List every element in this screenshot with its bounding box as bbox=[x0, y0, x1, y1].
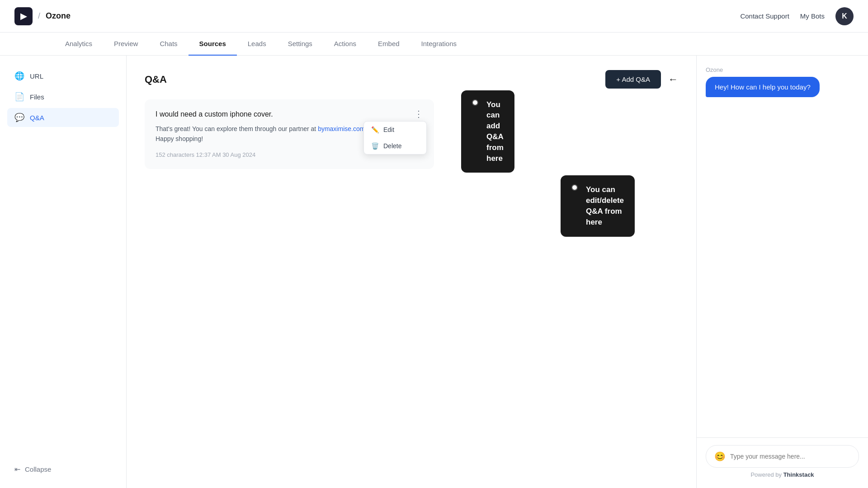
collapse-button[interactable]: ⇤ Collapse bbox=[7, 460, 119, 478]
sidebar-item-qa[interactable]: 💬 Q&A bbox=[7, 108, 119, 127]
qa-answer-link[interactable]: bymaximise.com bbox=[318, 125, 365, 132]
content-area: Q&A + Add Q&A ← You can add Q&A from her… bbox=[127, 56, 696, 488]
avatar[interactable]: K bbox=[835, 7, 854, 25]
edit-label: Edit bbox=[383, 126, 394, 133]
sidebar-items: 🌐 URL 📄 Files 💬 Q&A bbox=[7, 66, 119, 127]
files-icon: 📄 bbox=[14, 92, 24, 102]
chat-area: Ozone Hey! How can I help you today? bbox=[697, 56, 868, 437]
qa-icon: 💬 bbox=[14, 113, 24, 122]
tab-preview[interactable]: Preview bbox=[103, 33, 149, 56]
tab-integrations[interactable]: Integrations bbox=[410, 33, 467, 56]
sidebar-item-url[interactable]: 🌐 URL bbox=[7, 66, 119, 85]
tab-analytics[interactable]: Analytics bbox=[54, 33, 103, 56]
tab-embed[interactable]: Embed bbox=[367, 33, 410, 56]
tab-settings[interactable]: Settings bbox=[277, 33, 323, 56]
powered-by-prefix: Powered by bbox=[750, 471, 783, 478]
delete-label: Delete bbox=[383, 142, 401, 150]
tooltip2-row: ← You can edit/delete Q&A from here bbox=[561, 200, 574, 212]
tooltip1-dot bbox=[472, 99, 478, 106]
logo-box[interactable]: ▶ bbox=[14, 7, 33, 25]
chat-bubble: Hey! How can I help you today? bbox=[706, 77, 820, 97]
sidebar-item-url-label: URL bbox=[30, 72, 43, 80]
app-name: Ozone bbox=[46, 11, 71, 21]
page-title: Q&A bbox=[145, 74, 167, 85]
header: ▶ / Ozone Contact Support My Bots K bbox=[0, 0, 868, 33]
delete-icon: 🗑️ bbox=[371, 142, 379, 150]
qa-answer-end: Happy shopping! bbox=[156, 135, 203, 142]
powered-by: Powered by Thinkstack bbox=[706, 468, 859, 482]
main: 🌐 URL 📄 Files 💬 Q&A ⇤ Collapse Q&A + Add… bbox=[0, 56, 868, 488]
tab-actions[interactable]: Actions bbox=[323, 33, 367, 56]
nav-tabs: Analytics Preview Chats Sources Leads Se… bbox=[0, 33, 868, 56]
collapse-icon: ⇤ bbox=[14, 465, 20, 474]
content-header: Q&A + Add Q&A ← bbox=[145, 70, 678, 89]
qa-menu-button[interactable]: ⋮ bbox=[410, 107, 427, 121]
chat-text-input[interactable] bbox=[730, 453, 850, 460]
dropdown-menu: ✏️ Edit 🗑️ Delete bbox=[363, 121, 427, 155]
qa-card: I would need a custom iphone cover. That… bbox=[145, 99, 434, 169]
chat-bot-name: Ozone bbox=[706, 66, 859, 73]
tooltip-add-qa: You can add Q&A from here bbox=[461, 90, 514, 173]
contact-support-link[interactable]: Contact Support bbox=[740, 12, 789, 20]
logo-icon: ▶ bbox=[20, 11, 27, 21]
qa-answer-text: That's great! You can explore them throu… bbox=[156, 125, 318, 132]
sidebar-item-files[interactable]: 📄 Files bbox=[7, 87, 119, 106]
dropdown-edit[interactable]: ✏️ Edit bbox=[364, 122, 426, 138]
chat-input-wrapper[interactable]: 😊 bbox=[706, 445, 859, 468]
sidebar: 🌐 URL 📄 Files 💬 Q&A ⇤ Collapse bbox=[0, 56, 127, 488]
tab-leads[interactable]: Leads bbox=[237, 33, 277, 56]
header-right: Contact Support My Bots K bbox=[740, 7, 854, 25]
edit-icon: ✏️ bbox=[371, 126, 379, 133]
arrow-to-tooltip1: ← bbox=[668, 74, 678, 85]
tooltip-edit-delete-qa: You can edit/delete Q&A from here bbox=[561, 175, 635, 236]
header-left: ▶ / Ozone bbox=[14, 7, 71, 25]
tooltip1-text: You can add Q&A from here bbox=[486, 99, 504, 164]
slash-separator: / bbox=[38, 11, 40, 21]
tooltip2-text: You can edit/delete Q&A from here bbox=[586, 184, 624, 227]
url-icon: 🌐 bbox=[14, 71, 24, 81]
chat-preview-panel: Ozone Hey! How can I help you today? 😊 P… bbox=[696, 56, 868, 488]
add-qa-button[interactable]: + Add Q&A bbox=[605, 70, 661, 89]
collapse-label: Collapse bbox=[25, 465, 51, 473]
qa-question: I would need a custom iphone cover. bbox=[156, 110, 423, 118]
chat-input-area: 😊 Powered by Thinkstack bbox=[697, 437, 868, 488]
sidebar-item-qa-label: Q&A bbox=[30, 114, 44, 122]
dropdown-delete[interactable]: 🗑️ Delete bbox=[364, 138, 426, 154]
emoji-icon: 😊 bbox=[714, 451, 726, 462]
tab-chats[interactable]: Chats bbox=[149, 33, 188, 56]
sidebar-item-files-label: Files bbox=[30, 93, 44, 101]
tab-sources[interactable]: Sources bbox=[189, 33, 237, 56]
powered-by-brand: Thinkstack bbox=[783, 471, 814, 478]
my-bots-link[interactable]: My Bots bbox=[800, 12, 825, 20]
tooltip2-dot bbox=[571, 184, 578, 191]
